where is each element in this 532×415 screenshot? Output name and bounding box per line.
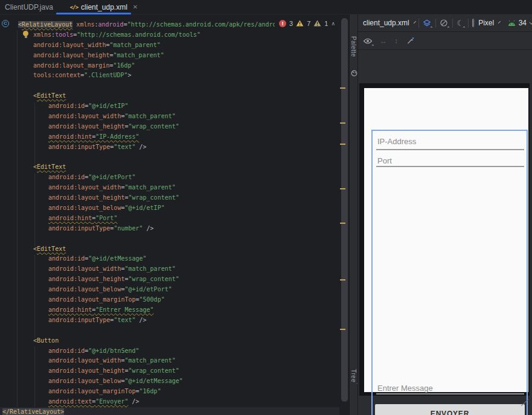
code-line: android:layout_height="wrap_content" bbox=[0, 366, 339, 376]
code-line: android:layout_width="match_parent" bbox=[0, 356, 339, 366]
warning-stripe-mark[interactable] bbox=[340, 87, 345, 89]
edittext-port-preview[interactable]: Port bbox=[377, 156, 392, 165]
code-line: <EditText bbox=[0, 162, 339, 173]
designer-toolbar-second: ↔ ↕ bbox=[358, 32, 532, 50]
code-line: <Button bbox=[0, 336, 339, 346]
pan-icon[interactable] bbox=[405, 36, 415, 46]
related-class-gutter-icon[interactable]: C bbox=[2, 20, 9, 27]
designer-toolbar-top: client_udp.xml ☾ Pixel bbox=[358, 14, 532, 32]
device-screen[interactable]: IP-Address Port Entrer Message ENVOYER bbox=[364, 88, 528, 392]
code-line: android:id="@+id/etPort" bbox=[0, 173, 339, 183]
code-lines: <RelativeLayout xmlns:android="http://sc… bbox=[0, 20, 339, 415]
code-line: android:layout_marginTop="500dp" bbox=[0, 295, 339, 305]
code-line: tools:context=".ClientUDP"> bbox=[0, 71, 339, 81]
edittext-ip-preview[interactable]: IP-Address bbox=[377, 137, 416, 146]
device-selector[interactable]: Pixel bbox=[478, 19, 494, 27]
code-line bbox=[0, 234, 339, 244]
palette-tool-button[interactable]: Palette bbox=[350, 36, 357, 57]
code-line: <EditText bbox=[0, 91, 339, 101]
code-line: android:layout_height="wrap_content" bbox=[0, 122, 339, 132]
intention-bulb-icon[interactable] bbox=[23, 31, 28, 36]
code-line: android:inputType="text" /> bbox=[0, 315, 339, 326]
warning-icon bbox=[296, 20, 304, 27]
warning-stripe-mark[interactable] bbox=[340, 122, 345, 124]
code-line: android:layout_height="wrap_content" bbox=[0, 274, 339, 285]
code-line: android:layout_below="@+id/etIP" bbox=[0, 203, 339, 214]
warning-stripe-mark[interactable] bbox=[340, 188, 345, 189]
chevron-down-icon bbox=[414, 21, 417, 24]
code-line: android:layout_below="@+id/etMessage" bbox=[0, 376, 339, 387]
code-line: android:layout_below="@+id/etPort" bbox=[0, 285, 339, 295]
edittext-port-underline bbox=[376, 166, 524, 167]
code-line: android:layout_width="match_parent" bbox=[0, 40, 339, 51]
design-surface-icon[interactable] bbox=[423, 18, 431, 28]
code-line: android:text="Envoyer" /> bbox=[0, 397, 339, 407]
inspections-widget[interactable]: ! 3 7 1 ∧ ∨ bbox=[275, 17, 348, 29]
code-line: android:id="@+id/btnSend" bbox=[0, 346, 339, 356]
api-level-label: 34 bbox=[519, 19, 527, 27]
tab-clientudp-java[interactable]: ClientUDP.java bbox=[0, 0, 58, 14]
chevron-down-icon bbox=[498, 21, 501, 24]
code-line: android:inputType="number" /> bbox=[0, 224, 339, 234]
code-line: android:layout_width="match_parent" bbox=[0, 112, 339, 122]
code-line: <EditText bbox=[0, 244, 339, 255]
error-count: 3 bbox=[289, 20, 293, 27]
code-line: android:layout_marginTop="16dp" bbox=[0, 387, 339, 397]
scrollbar-thumb[interactable] bbox=[341, 18, 348, 402]
code-line: xmlns:tools="http://schemas.android.com/… bbox=[0, 30, 339, 40]
api-selector[interactable]: 34 bbox=[507, 19, 532, 27]
palette-icon bbox=[351, 70, 357, 77]
code-line: android:id="@+id/etIP" bbox=[0, 101, 339, 112]
file-selector[interactable]: client_udp.xml bbox=[363, 19, 409, 27]
vertical-arrows-icon[interactable]: ↕ bbox=[394, 37, 398, 45]
code-line: android:inputType="text" /> bbox=[0, 142, 339, 153]
code-line: android:hint="Port" bbox=[0, 214, 339, 224]
error-icon: ! bbox=[279, 20, 286, 27]
chevron-down-icon bbox=[529, 20, 532, 24]
code-line: android:layout_width="match_parent" bbox=[0, 264, 339, 274]
edittext-message-underline bbox=[376, 393, 524, 394]
close-tab-icon[interactable]: ✕ bbox=[133, 4, 138, 10]
tool-window-stripe: Palette Component Tree bbox=[349, 14, 357, 415]
device-icon bbox=[472, 19, 474, 27]
code-line: android:hint="IP-Address" bbox=[0, 132, 339, 142]
warning-count: 7 bbox=[307, 20, 310, 27]
orientation-icon[interactable] bbox=[440, 18, 448, 28]
view-options-icon[interactable] bbox=[363, 36, 373, 46]
send-button-preview[interactable]: ENVOYER bbox=[375, 404, 525, 415]
tab-java-label: ClientUDP.java bbox=[5, 3, 53, 11]
warning-stripe-mark[interactable] bbox=[340, 279, 345, 280]
xml-file-icon: </> bbox=[70, 4, 78, 10]
code-line: android:id="@+id/etMessage" bbox=[0, 254, 339, 264]
code-line: </RelativeLayout> bbox=[0, 407, 339, 415]
android-studio-window: ClientUDP.java </> client_udp.xml ✕ <Rel… bbox=[0, 0, 532, 415]
editor-scrollbar[interactable] bbox=[339, 14, 349, 415]
code-line: android:layout_margin="16dp" bbox=[0, 61, 339, 71]
code-line: android:hint="Entrer Message" bbox=[0, 305, 339, 315]
android-icon bbox=[507, 20, 516, 27]
code-line: android:layout_height="match_parent" bbox=[0, 51, 339, 61]
code-line bbox=[0, 153, 339, 163]
code-line: android:layout_height="wrap_content" bbox=[0, 193, 339, 203]
warning-stripe-mark[interactable] bbox=[340, 329, 345, 330]
warning-stripe-mark[interactable] bbox=[340, 144, 345, 145]
relativelayout-selection-border[interactable]: IP-Address Port Entrer Message ENVOYER bbox=[371, 130, 528, 415]
horizontal-arrows-icon[interactable]: ↔ bbox=[380, 37, 387, 45]
edittext-message-preview[interactable]: Entrer Message bbox=[377, 384, 433, 393]
layout-designer-panel: client_udp.xml ☾ Pixel bbox=[357, 14, 532, 415]
code-line: android:layout_width="match_parent" bbox=[0, 183, 339, 193]
night-mode-icon[interactable]: ☾ bbox=[457, 18, 464, 28]
code-line bbox=[0, 326, 339, 336]
warning-stripe-mark[interactable] bbox=[340, 223, 345, 224]
edittext-ip-underline bbox=[376, 149, 524, 150]
tab-client-udp-xml[interactable]: </> client_udp.xml ✕ bbox=[65, 0, 143, 14]
design-canvas[interactable]: IP-Address Port Entrer Message ENVOYER bbox=[358, 51, 532, 415]
code-line bbox=[0, 81, 339, 91]
code-editor[interactable]: <RelativeLayout xmlns:android="http://sc… bbox=[0, 14, 339, 415]
tab-xml-label: client_udp.xml bbox=[81, 3, 127, 11]
weak-warning-icon bbox=[313, 20, 321, 27]
weak-warning-count: 1 bbox=[324, 20, 328, 27]
